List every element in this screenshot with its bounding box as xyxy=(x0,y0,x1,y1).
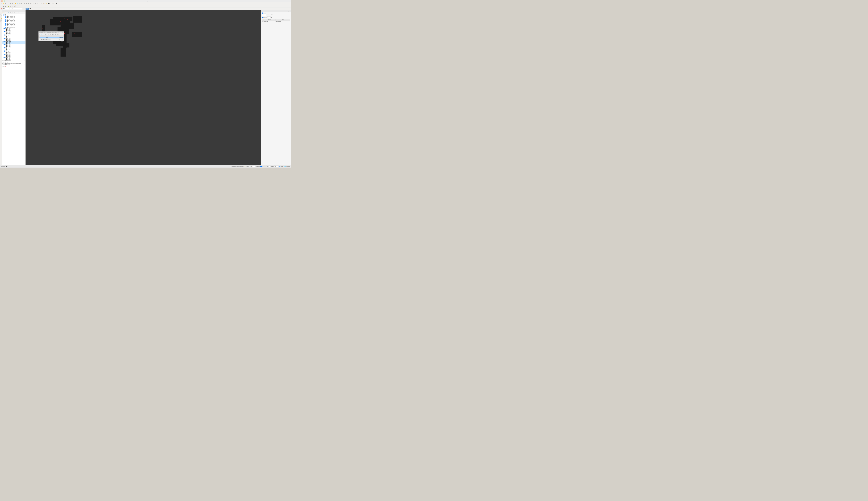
sublayer-checkbox[interactable] xyxy=(5,16,6,17)
save-edits-icon[interactable]: 💾 xyxy=(41,33,42,35)
layer-properties-icon[interactable]: ⚙ xyxy=(10,12,11,14)
stop-render-btn[interactable]: ⬛ xyxy=(6,166,8,167)
layers-close-icon[interactable]: ✕ xyxy=(24,10,25,12)
python-icon[interactable]: 🐍 xyxy=(7,5,9,7)
popup-close-icon[interactable]: ✕ xyxy=(62,32,63,33)
tab-table[interactable]: Table xyxy=(262,14,266,16)
digitize-icon[interactable]: ✏ xyxy=(24,8,26,10)
zoom-to-feature-icon[interactable]: 🔍 xyxy=(56,33,58,35)
popup-titlebar[interactable]: hrsl_pointshrsl_vrt — Features Total: 13… xyxy=(39,32,64,33)
identify-icon[interactable]: ℹ xyxy=(32,2,34,4)
vrt5-checkbox[interactable] xyxy=(4,38,5,39)
measure-area-icon[interactable]: ⬛ xyxy=(48,2,50,4)
sublayer-checkbox-6[interactable] xyxy=(5,23,6,24)
field-calc-icon[interactable]: ∑ xyxy=(10,5,12,7)
location-icon[interactable]: 📍 xyxy=(0,8,2,10)
epsg-icon[interactable]: 🌐 xyxy=(284,166,286,167)
table-row[interactable]: 1 1505 16,7800888 xyxy=(39,37,64,38)
add-feature-icon[interactable]: ➕ xyxy=(4,5,7,7)
sublayer-checkbox-3[interactable] xyxy=(5,19,6,20)
panel-close-icon[interactable]: ✕ xyxy=(290,10,290,12)
qgis-icon[interactable]: 🗺 xyxy=(29,8,31,10)
epsg-value[interactable]: EPSG:3106 xyxy=(286,166,290,167)
decimals-checkbox[interactable] xyxy=(262,17,263,18)
zoom-layer-icon[interactable]: ⊟ xyxy=(25,2,27,4)
dissolved-checkbox[interactable] xyxy=(3,64,4,65)
statistical-icon[interactable]: Σ xyxy=(53,2,55,4)
edit-icon[interactable]: ✏ xyxy=(0,5,2,7)
vrt2-checkbox[interactable] xyxy=(4,47,5,48)
annotation-tool-icon[interactable]: 💬 xyxy=(0,19,2,21)
select-row-icon[interactable]: ↗ xyxy=(48,33,50,35)
zoom-full-icon[interactable]: ⊡ xyxy=(21,2,23,4)
group-checkbox[interactable] xyxy=(3,14,4,15)
value-cell[interactable]: 16,7800888 xyxy=(48,37,63,38)
zoom-in-icon[interactable]: 🔍 xyxy=(17,2,19,4)
tab-graph[interactable]: Graph xyxy=(266,14,270,16)
vt-col-value[interactable]: Value xyxy=(275,19,290,20)
filter-icon[interactable]: 🔍 xyxy=(53,33,55,35)
decimals-spinner-up[interactable]: ▲ xyxy=(271,17,272,18)
pan-icon[interactable]: ✋ xyxy=(14,2,17,4)
move-layer-down-icon[interactable]: ↓ xyxy=(18,12,19,14)
deselect-row-icon[interactable]: ✕ xyxy=(50,33,51,35)
select-poly-icon[interactable]: ⬡ xyxy=(39,2,41,4)
vrt8-checkbox[interactable] xyxy=(4,31,5,32)
popup-expand2-icon[interactable]: ⬜ xyxy=(61,39,63,41)
magnifier-slider[interactable] xyxy=(260,166,266,167)
redo-icon[interactable]: ↪ xyxy=(12,2,14,4)
enable-checkbox[interactable] xyxy=(262,12,263,13)
delete-row-icon[interactable]: 🗑 xyxy=(46,33,48,35)
expand-all-icon[interactable]: ⊞ xyxy=(12,12,14,14)
identify-tool-icon[interactable]: ℹ xyxy=(0,16,2,17)
hrsl-vrt-standalone-checkbox[interactable] xyxy=(3,62,4,63)
vrt7-checkbox[interactable] xyxy=(4,34,5,35)
add-row-icon[interactable]: ➕ xyxy=(45,33,46,35)
select-feature-icon[interactable]: ↗ xyxy=(34,2,36,4)
location-select[interactable]: Philippines xyxy=(2,8,9,10)
refresh-icon[interactable]: ⟳ xyxy=(29,2,31,4)
panel-float-icon[interactable]: ⊡ xyxy=(288,10,289,12)
zoom-selection-icon[interactable]: ⊞ xyxy=(23,2,25,4)
vrt9-checkbox[interactable] xyxy=(4,57,5,58)
reprojected-checkbox[interactable] xyxy=(3,63,4,64)
zoom-out-icon[interactable]: 🔎 xyxy=(19,2,21,4)
move-layer-up-icon[interactable]: ↑ xyxy=(16,12,17,14)
vectorized-checkbox[interactable] xyxy=(3,66,4,67)
plugins-icon[interactable]: 🔌 xyxy=(56,2,58,4)
open-project-icon[interactable]: 📂 xyxy=(2,2,4,4)
vrt0-checkbox[interactable] xyxy=(4,54,5,55)
maximize-button[interactable] xyxy=(4,0,4,1)
attribute-table-icon[interactable]: 📋 xyxy=(43,2,45,4)
decimals-input[interactable] xyxy=(268,17,270,18)
open-layer-icon[interactable]: 📂 xyxy=(2,12,4,14)
sublayer-checkbox-5[interactable] xyxy=(5,21,6,22)
sublayer-checkbox-2[interactable] xyxy=(5,17,6,18)
sublayer-checkbox-8[interactable] xyxy=(5,25,6,26)
sublayer-checkbox-4[interactable] xyxy=(5,20,6,21)
invert-selection-icon[interactable]: ⇄ xyxy=(51,33,53,35)
edc-button[interactable]: EDC xyxy=(26,8,29,10)
vector-points-checkbox[interactable] xyxy=(3,60,4,61)
magnifier-input[interactable] xyxy=(267,166,270,167)
tab-options[interactable]: Options xyxy=(270,14,275,16)
vrt4-checkbox[interactable] xyxy=(4,41,5,42)
render-checkbox[interactable] xyxy=(280,166,280,167)
scale-input[interactable] xyxy=(249,166,256,167)
decimals-spinner-down[interactable]: ▼ xyxy=(272,17,273,18)
reload-icon[interactable]: ⟳ xyxy=(42,33,44,35)
map-canvas[interactable]: hrsl_pointshrsl_vrt — Features Total: 13… xyxy=(26,10,261,165)
rotation-input[interactable] xyxy=(274,166,278,167)
layer-filter-icon[interactable]: 🔍 xyxy=(8,12,9,14)
new-project-icon[interactable]: ⬜ xyxy=(0,2,2,4)
measure-angle-icon[interactable]: ∠ xyxy=(50,2,52,4)
select-rect-icon[interactable]: ▭ xyxy=(36,2,39,4)
spatial-bookmarks-icon[interactable]: 🔖 xyxy=(0,21,2,22)
undo-icon[interactable]: ↩ xyxy=(10,2,12,4)
save-project-icon[interactable]: 💾 xyxy=(4,2,7,4)
list-item[interactable]: ▶ Vectorized xyxy=(2,65,26,67)
toggle-edit-icon[interactable]: ✏ xyxy=(39,33,41,35)
sublayer-checkbox-9[interactable] xyxy=(5,27,6,28)
edit-vertices-icon[interactable]: ◈ xyxy=(2,5,4,7)
vt-col-layer[interactable]: Layer xyxy=(263,19,275,20)
